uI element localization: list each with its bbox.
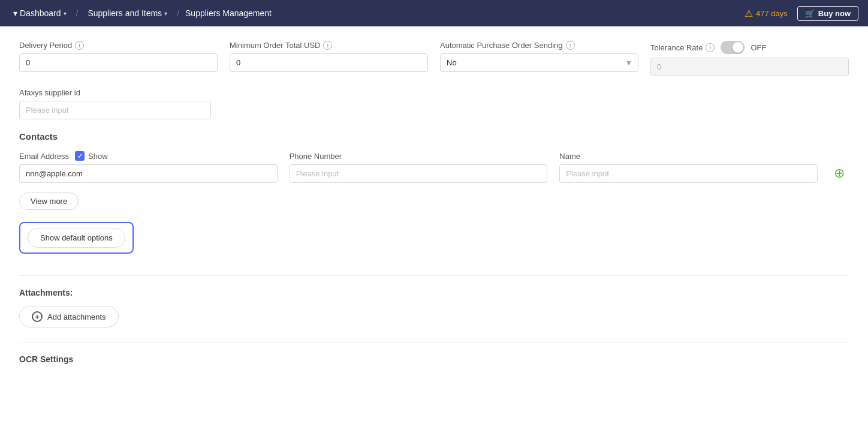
breadcrumb: Suppliers Management (185, 8, 272, 18)
add-attach-plus-icon: + (32, 311, 43, 322)
buy-now-button[interactable]: 🛒 Buy now (797, 6, 858, 21)
contacts-row: Email Address ✓ Show Phone Number Name ⊕ (19, 151, 849, 183)
nav-separator-2: / (177, 8, 179, 18)
navbar-left: ▾ Dashboard ▾ / Suppliers and Items ▾ / … (10, 6, 272, 20)
navbar-right: ⚠ 477 days 🛒 Buy now (745, 6, 858, 21)
email-input[interactable] (19, 164, 278, 183)
afaxys-row: Afaxys supplier id (19, 88, 211, 119)
tolerance-toggle-label: OFF (751, 43, 766, 52)
view-more-label: View more (31, 197, 67, 206)
auto-po-info-icon[interactable]: i (566, 41, 575, 50)
nav-suppliers-items[interactable]: Suppliers and Items ▾ (84, 6, 171, 20)
contacts-title: Contacts (19, 131, 849, 142)
afaxys-label: Afaxys supplier id (19, 88, 211, 97)
add-attachments-label: Add attachments (47, 312, 106, 321)
min-order-field: Minimum Order Total USD i (230, 41, 428, 76)
tolerance-info-icon[interactable]: i (706, 43, 715, 52)
min-order-label: Minimum Order Total USD i (230, 41, 428, 50)
delivery-period-input[interactable] (19, 53, 218, 72)
tolerance-label-row: Tolerance Rate i OFF (650, 41, 849, 54)
email-field: Email Address ✓ Show (19, 151, 278, 183)
delivery-period-field: Delivery Period i (19, 41, 218, 76)
auto-po-select-wrapper: No Yes ▼ (440, 53, 638, 72)
main-content: Delivery Period i Minimum Order Total US… (0, 26, 868, 427)
chevron-down-icon: ▾ (13, 8, 17, 18)
plus-circle-icon: ⊕ (834, 166, 845, 181)
tolerance-toggle[interactable] (721, 41, 745, 54)
auto-po-label: Automatic Purchase Order Sending i (440, 41, 638, 50)
nav-dashboard-label: Dashboard (20, 8, 61, 18)
buy-now-label: Buy now (818, 9, 851, 18)
auto-po-select[interactable]: No Yes (440, 53, 638, 72)
divider-2 (19, 342, 849, 342)
nav-dashboard[interactable]: ▾ Dashboard ▾ (10, 6, 70, 20)
cart-icon: 🛒 (805, 9, 815, 18)
warning-badge: ⚠ 477 days (745, 8, 788, 19)
tolerance-rate-field: Tolerance Rate i OFF (650, 41, 849, 76)
min-order-info-icon[interactable]: i (323, 41, 332, 50)
warning-days: 477 days (756, 9, 788, 18)
tolerance-rate-input[interactable] (650, 58, 849, 76)
min-order-input[interactable] (230, 53, 428, 72)
show-checkbox-box[interactable]: ✓ (75, 151, 85, 161)
delivery-period-label: Delivery Period i (19, 41, 218, 50)
tolerance-rate-label: Tolerance Rate i (650, 43, 715, 52)
show-label: Show (88, 152, 108, 161)
name-field: Name (559, 152, 818, 183)
checkmark-icon: ✓ (77, 152, 83, 160)
phone-label: Phone Number (290, 152, 548, 161)
ocr-settings-label: OCR Settings (19, 354, 849, 364)
warning-icon: ⚠ (745, 8, 753, 19)
name-label: Name (559, 152, 818, 161)
auto-po-field: Automatic Purchase Order Sending i No Ye… (440, 41, 638, 76)
afaxys-field: Afaxys supplier id (19, 88, 211, 119)
phone-input[interactable] (290, 164, 548, 183)
show-default-options-box: Show default options (19, 222, 134, 254)
show-checkbox[interactable]: ✓ Show (75, 151, 108, 161)
view-more-button[interactable]: View more (19, 193, 79, 210)
delivery-period-info-icon[interactable]: i (75, 41, 84, 50)
afaxys-input[interactable] (19, 101, 211, 119)
email-label: Email Address (19, 152, 69, 161)
navbar: ▾ Dashboard ▾ / Suppliers and Items ▾ / … (0, 0, 868, 26)
show-default-label: Show default options (40, 233, 113, 242)
attachments-label: Attachments: (19, 288, 849, 297)
dashboard-chevron-icon: ▾ (64, 10, 67, 17)
suppliers-chevron-icon: ▾ (164, 10, 167, 17)
nav-suppliers-items-label: Suppliers and Items (88, 8, 162, 18)
nav-separator: / (76, 8, 79, 18)
show-default-options-button[interactable]: Show default options (28, 228, 125, 248)
add-attachments-button[interactable]: + Add attachments (19, 306, 119, 327)
divider-1 (19, 275, 849, 276)
phone-field: Phone Number (290, 152, 548, 183)
email-label-row: Email Address ✓ Show (19, 151, 278, 161)
name-input[interactable] (559, 164, 818, 183)
top-form-row: Delivery Period i Minimum Order Total US… (19, 41, 849, 76)
add-contact-button[interactable]: ⊕ (830, 164, 849, 183)
